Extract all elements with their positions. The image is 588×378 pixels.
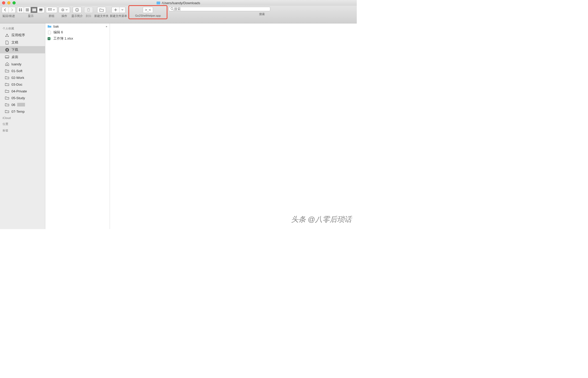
search-group: 搜索 [169,7,355,16]
sidebar-item-downloads[interactable]: 下载 [0,46,45,53]
view-group: 显示 [17,7,45,18]
view-list-button[interactable] [24,7,31,13]
sidebar-section-favorites: 个人收藏 [0,25,45,32]
sidebar-item-02-work[interactable]: 02-Work [0,74,45,81]
svg-point-24 [171,8,173,10]
group-button[interactable] [46,7,57,13]
svg-rect-1 [21,9,22,10]
search-box[interactable] [169,7,270,11]
sidebar-item-05-study[interactable]: 05-Study [0,95,45,101]
sidebar-section-locations: 位置 [0,121,45,127]
sidebar-item-label: 02-Work [11,76,24,80]
sidebar-section-icloud: iCloud [0,115,45,121]
action-label: 操作 [61,14,67,18]
sidebar-item-04-private[interactable]: 04-Private [0,88,45,95]
titlebar: /Users/luandy/Downloads [0,0,357,6]
search-input[interactable] [174,7,268,11]
newfilemenu-group: 新建文件菜单 [110,7,127,18]
sidebar-item-desktop[interactable]: 桌面 [0,53,45,61]
delete-button[interactable] [84,7,93,13]
maximize-button[interactable] [12,1,16,4]
nav-label: 返回/前进 [2,14,15,18]
go2shell-button[interactable]: >_< [143,7,153,13]
terminal-icon: >_< [145,8,151,12]
apps-icon [5,33,9,37]
go2shell-label: Go2ShellHelper.app [135,14,161,17]
sidebar-item-label: luandy [11,62,21,66]
svg-rect-2 [19,10,20,11]
svg-rect-14 [48,8,49,9]
group-label: 群组 [49,14,54,18]
folder-icon [5,82,9,86]
gear-icon [61,8,65,12]
svg-rect-19 [51,10,52,10]
plus-icon [114,8,117,11]
file-row-folder[interactable]: bak ▸ [45,23,110,29]
sidebar-item-label: 05-Study [11,96,25,100]
sidebar-item-label: 06 [11,103,15,107]
svg-rect-7 [33,9,33,11]
svg-rect-10 [39,9,42,10]
grid-icon [48,8,52,11]
newfolder-button[interactable] [97,7,106,13]
sidebar-item-label: 下载 [11,47,18,52]
nav-group: 返回/前进 [2,7,16,18]
svg-rect-12 [40,11,41,11]
view-label: 显示 [28,14,34,18]
sidebar-item-01-soft[interactable]: 01-Soft [0,67,45,74]
download-icon [5,48,9,52]
window-controls [2,1,16,4]
file-name: 编辑 6 [53,30,63,35]
redacted-text [17,103,25,106]
sidebar-item-07-temp[interactable]: 07-Temp [0,108,45,115]
delete-group: 删除 [84,7,93,18]
svg-rect-5 [26,10,29,10]
info-group: 显示简介 [71,7,83,18]
sidebar-item-06[interactable]: 06 [0,101,45,108]
svg-rect-15 [49,8,50,9]
action-button[interactable] [59,7,70,13]
chevron-down-icon [121,9,123,11]
sidebar-item-documents[interactable]: 文稿 [0,39,45,46]
file-row-document[interactable]: 编辑 6 [45,29,110,35]
sidebar-item-apps[interactable]: 应用程序 [0,32,45,39]
view-icon-button[interactable] [17,7,24,13]
info-button[interactable] [73,7,82,13]
view-column-button[interactable] [31,7,37,13]
sidebar-item-03-doc[interactable]: 03-Doc [0,81,45,88]
view-gallery-button[interactable] [37,7,44,13]
folder-icon [99,8,104,12]
close-button[interactable] [2,1,5,4]
folder-icon [157,2,160,4]
file-row-xlsx[interactable]: X 工作簿 1.xlsx [45,35,110,42]
delete-label: 删除 [86,14,91,18]
folder-icon [47,24,52,28]
newfolder-label: 新建文件夹 [94,14,109,18]
file-column: bak ▸ 编辑 6 X 工作簿 1.xlsx [45,23,110,229]
sidebar-item-label: 01-Soft [11,69,22,73]
folder-icon [5,103,9,107]
back-button[interactable] [2,7,9,13]
folder-icon [5,96,9,100]
svg-rect-23 [77,10,77,11]
svg-rect-11 [39,11,40,11]
chevron-down-icon [66,9,68,11]
svg-rect-9 [35,9,36,11]
svg-point-22 [77,9,77,9]
sidebar-item-label: 桌面 [11,55,18,59]
svg-rect-27 [5,58,9,58]
nav-buttons [2,7,16,13]
sidebar-item-home[interactable]: luandy [0,61,45,67]
newfile-button[interactable] [112,7,120,13]
svg-rect-18 [49,10,50,10]
search-icon [171,7,174,11]
svg-rect-32 [50,39,51,40]
search-label: 搜索 [259,12,265,16]
svg-rect-30 [50,37,51,38]
forward-button[interactable] [9,7,15,13]
svg-text:X: X [48,38,49,40]
info-icon [75,8,79,12]
newfile-dropdown[interactable] [120,7,125,13]
svg-rect-13 [41,11,42,11]
minimize-button[interactable] [7,1,10,4]
